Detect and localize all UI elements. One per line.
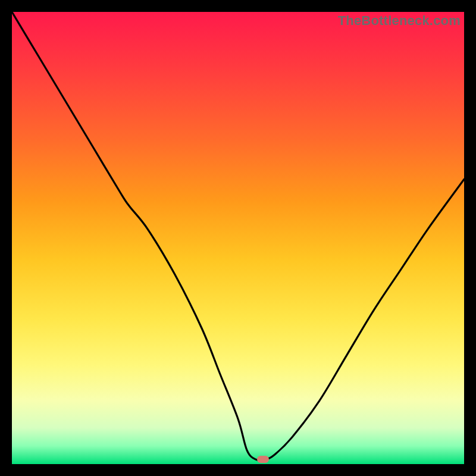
optimum-marker — [257, 456, 269, 463]
watermark-text: TheBottleneck.com — [338, 13, 461, 29]
chart-frame: TheBottleneck.com — [0, 0, 476, 476]
plot-area: TheBottleneck.com — [12, 12, 464, 464]
bottleneck-curve — [12, 12, 464, 464]
